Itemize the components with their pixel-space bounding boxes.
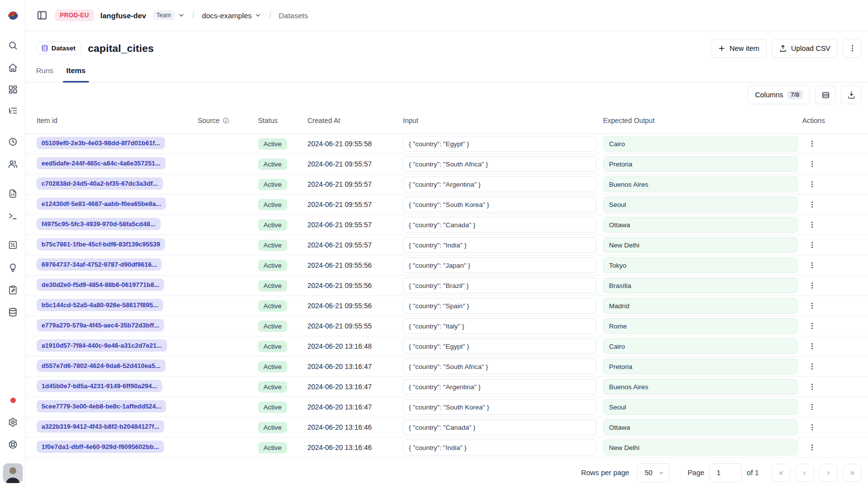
expected-output-box[interactable]: Seoul	[603, 399, 798, 415]
item-id-pill[interactable]: 05109ef0-2e3b-4e03-98dd-8f7d01b61f...	[37, 137, 165, 149]
item-id-pill[interactable]: e12430df-5e81-4687-aabb-f0ea65be8a...	[37, 198, 166, 210]
item-id-pill[interactable]: b5c144cd-52a5-4a80-926e-58617f895...	[37, 299, 163, 311]
sidebar-item-tracing[interactable]	[3, 102, 23, 120]
expected-output-box[interactable]: Buenos Aires	[603, 379, 798, 395]
item-id-pill[interactable]: 5cee7779-3e00-4eb8-be8c-1affedd524...	[37, 400, 166, 412]
recording-status-indicator[interactable]	[3, 391, 23, 409]
input-cell-box[interactable]: { "country": "South Africa" }	[403, 359, 597, 374]
columns-button[interactable]: Columns 7/8	[747, 85, 810, 104]
table-row[interactable]: b5c144cd-52a5-4a80-926e-58617f895... Act…	[26, 296, 868, 316]
next-page-button[interactable]: ›	[819, 464, 838, 482]
input-cell-box[interactable]: { "country": "Brazil" }	[403, 278, 597, 293]
row-actions-menu-button[interactable]	[805, 339, 819, 353]
sidebar-item-search[interactable]	[3, 37, 23, 54]
table-row[interactable]: a322b319-9412-4f43-b8f2-b20484127f... Ac…	[26, 417, 868, 438]
sidebar-item-datasets[interactable]	[3, 303, 23, 321]
item-id-pill[interactable]: de30d2e0-f5d9-4854-88b6-0619771b8...	[37, 279, 164, 291]
expected-output-box[interactable]: Tokyo	[603, 257, 798, 273]
expected-output-box[interactable]: New Delhi	[603, 237, 798, 253]
table-row[interactable]: e779a270-579a-4f45-aec4-35b72d3bff... Ac…	[26, 316, 868, 336]
user-avatar[interactable]	[3, 463, 23, 483]
input-cell-box[interactable]: { "country": "India" }	[403, 237, 597, 253]
expected-output-box[interactable]: Cairo	[603, 338, 798, 354]
table-row[interactable]: 1f0e7da1-dbff-4e60-929d-f6095602bb... Ac…	[26, 438, 868, 458]
last-page-button[interactable]: »	[843, 464, 862, 482]
expected-output-box[interactable]: Brasília	[603, 278, 798, 293]
table-row[interactable]: 5cee7779-3e00-4eb8-be8c-1affedd524... Ac…	[26, 397, 868, 417]
expected-output-box[interactable]: Madrid	[603, 298, 798, 314]
item-id-pill[interactable]: 69764737-34af-4752-9787-d90df9616...	[37, 258, 162, 271]
table-row[interactable]: d557e7d6-7802-4624-9da6-52d410ea5... Act…	[26, 357, 868, 377]
tab-items[interactable]: Items	[66, 58, 86, 82]
item-id-pill[interactable]: a322b319-9412-4f43-b8f2-b20484127f...	[37, 420, 164, 433]
input-cell-box[interactable]: { "country": "Canada" }	[403, 217, 597, 233]
breadcrumb-org[interactable]: langfuse-dev	[100, 11, 146, 20]
input-cell-box[interactable]: { "country": "South Korea" }	[403, 197, 597, 212]
input-cell-box[interactable]: { "country": "Argentina" }	[403, 379, 597, 395]
tab-runs[interactable]: Runs	[36, 58, 53, 82]
row-actions-menu-button[interactable]	[805, 177, 819, 191]
row-actions-menu-button[interactable]	[805, 299, 819, 313]
input-cell-box[interactable]: { "country": "Italy" }	[403, 318, 597, 334]
input-cell-box[interactable]: { "country": "India" }	[403, 440, 597, 455]
rows-per-page-select[interactable]: 50	[637, 463, 670, 482]
row-actions-menu-button[interactable]	[805, 198, 819, 211]
item-id-pill[interactable]: 1d45b0e7-b85a-4231-9149-6ff90a294...	[37, 380, 162, 392]
table-row[interactable]: c702838d-24d5-40a2-bf35-67dc3a3df... Act…	[26, 174, 868, 195]
sidebar-item-support[interactable]	[3, 436, 23, 453]
item-id-pill[interactable]: f4975c95-5fc3-4939-970d-58fa5cd48...	[37, 218, 161, 230]
sidebar-item-annotation[interactable]	[3, 281, 23, 299]
row-actions-menu-button[interactable]	[805, 380, 819, 394]
row-height-button[interactable]	[815, 85, 836, 104]
row-actions-menu-button[interactable]	[805, 360, 819, 373]
item-id-pill[interactable]: b75c7861-1fbe-45cf-bdf6-83f139c95539	[37, 238, 165, 250]
item-id-pill[interactable]: d557e7d6-7802-4624-9da6-52d410ea5...	[37, 360, 166, 372]
row-actions-menu-button[interactable]	[805, 319, 819, 333]
sidebar-item-prompts[interactable]	[3, 185, 23, 203]
input-cell-box[interactable]: { "country": "South Africa" }	[403, 156, 597, 172]
table-row[interactable]: f4975c95-5fc3-4939-970d-58fa5cd48... Act…	[26, 215, 868, 235]
expected-output-box[interactable]: Ottawa	[603, 419, 798, 435]
expected-output-box[interactable]: Seoul	[603, 197, 798, 212]
export-button[interactable]	[841, 85, 862, 104]
previous-page-button[interactable]: ‹	[795, 464, 814, 482]
input-cell-box[interactable]: { "country": "Egypt" }	[403, 338, 597, 354]
sidebar-item-settings[interactable]	[3, 413, 23, 431]
sidebar-toggle-button[interactable]	[36, 9, 48, 22]
row-actions-menu-button[interactable]	[805, 218, 819, 232]
expected-output-box[interactable]: Cairo	[603, 136, 798, 152]
item-id-pill[interactable]: a1910d57-7f84-440c-9e46-a31c2d7e21...	[37, 339, 167, 352]
breadcrumb-org-switcher[interactable]: Team	[153, 10, 185, 20]
input-cell-box[interactable]: { "country": "South Korea" }	[403, 399, 597, 415]
info-icon[interactable]	[222, 117, 229, 124]
input-cell-box[interactable]: { "country": "Spain" }	[403, 298, 597, 314]
expected-output-box[interactable]: Pretoria	[603, 156, 798, 172]
row-actions-menu-button[interactable]	[805, 400, 819, 414]
first-page-button[interactable]: «	[772, 464, 790, 482]
input-cell-box[interactable]: { "country": "Canada" }	[403, 419, 597, 435]
expected-output-box[interactable]: Buenos Aires	[603, 176, 798, 192]
sidebar-item-evaluators[interactable]	[3, 236, 23, 254]
row-actions-menu-button[interactable]	[805, 157, 819, 171]
expected-output-box[interactable]: Rome	[603, 318, 798, 334]
item-id-pill[interactable]: 1f0e7da1-dbff-4e60-929d-f6095602bb...	[37, 441, 164, 453]
input-cell-box[interactable]: { "country": "Egypt" }	[403, 136, 597, 152]
expected-output-box[interactable]: Ottawa	[603, 217, 798, 233]
item-id-pill[interactable]: c702838d-24d5-40a2-bf35-67dc3a3df...	[37, 177, 163, 190]
input-cell-box[interactable]: { "country": "Japan" }	[403, 257, 597, 273]
item-id-pill[interactable]: e779a270-579a-4f45-aec4-35b72d3bff...	[37, 319, 164, 331]
page-number-input[interactable]	[709, 463, 742, 482]
row-actions-menu-button[interactable]	[805, 420, 819, 434]
row-actions-menu-button[interactable]	[805, 258, 819, 272]
table-row[interactable]: a1910d57-7f84-440c-9e46-a31c2d7e21... Ac…	[26, 336, 868, 357]
item-id-pill[interactable]: eed5dafe-244f-465c-a84c-4a6e357251...	[37, 157, 166, 169]
table-row[interactable]: 1d45b0e7-b85a-4231-9149-6ff90a294... Act…	[26, 377, 868, 397]
table-row[interactable]: b75c7861-1fbe-45cf-bdf6-83f139c95539 Act…	[26, 235, 868, 255]
new-item-button[interactable]: New item	[710, 39, 767, 58]
breadcrumb-section[interactable]: Datasets	[279, 11, 308, 20]
dataset-actions-menu-button[interactable]	[843, 39, 862, 58]
table-row[interactable]: 05109ef0-2e3b-4e03-98dd-8f7d01b61f... Ac…	[26, 134, 868, 154]
row-actions-menu-button[interactable]	[805, 279, 819, 292]
row-actions-menu-button[interactable]	[805, 137, 819, 151]
sidebar-item-dashboards[interactable]	[3, 81, 23, 98]
